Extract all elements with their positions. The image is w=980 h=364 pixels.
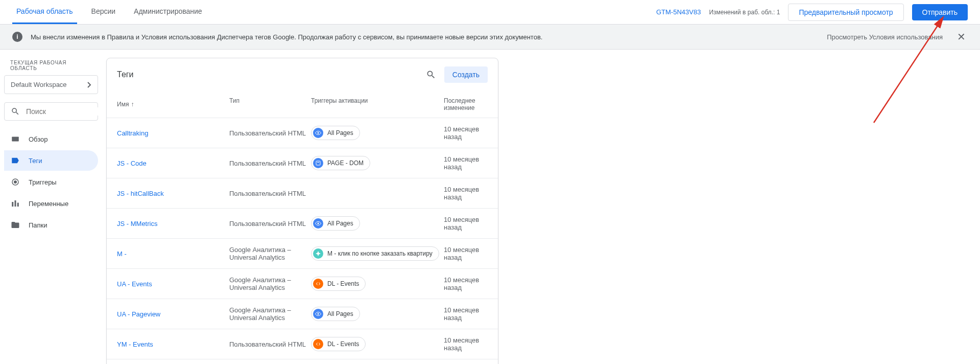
trigger-label: DL - Events	[327, 340, 359, 348]
svg-point-2	[14, 181, 17, 184]
trigger-chip[interactable]: DL - Events	[311, 277, 366, 291]
trigger-chip[interactable]: All Pages	[311, 216, 360, 231]
preview-button[interactable]: Предварительный просмотр	[788, 4, 903, 21]
nav-tags[interactable]: Теги	[4, 150, 98, 171]
tag-link[interactable]: JS - Code	[117, 160, 147, 167]
close-icon[interactable]: ✕	[955, 31, 968, 43]
variables-icon	[10, 198, 20, 209]
svg-rect-4	[15, 200, 16, 207]
pageview-icon	[313, 128, 323, 138]
nav-label: Папки	[29, 221, 47, 229]
nav-folders[interactable]: Папки	[4, 215, 98, 235]
svg-point-6	[318, 132, 319, 134]
trigger-label: All Pages	[327, 129, 353, 136]
search-box[interactable]	[4, 102, 98, 121]
trigger-chip[interactable]: All Pages	[311, 307, 360, 321]
table-row[interactable]: UA - Events Google Аналитика – Universal…	[107, 269, 498, 299]
tag-link[interactable]: JS - MMetrics	[117, 220, 157, 228]
table-row[interactable]: UA - Pageview Google Аналитика – Univers…	[107, 299, 498, 329]
col-header-type[interactable]: Тип	[229, 97, 311, 111]
tag-link[interactable]: JS - hitCallBack	[117, 190, 164, 197]
svg-rect-7	[316, 161, 320, 165]
notice-text: Мы внесли изменения в Правила и Условия …	[31, 33, 827, 41]
nav-variables[interactable]: Переменные	[4, 193, 98, 214]
card-title: Теги	[117, 70, 134, 79]
overview-icon	[10, 134, 20, 144]
svg-point-9	[318, 223, 319, 224]
table-row[interactable]: M - Google Аналитика – Universal Analyti…	[107, 239, 498, 269]
svg-rect-8	[317, 162, 319, 163]
nav-label: Теги	[29, 157, 42, 165]
trigger-chip[interactable]: M - клик по кнопке заказать квартиру	[311, 246, 439, 261]
main-layout: ТЕКУЩАЯ РАБОЧАЯ ОБЛАСТЬ Default Workspac…	[0, 50, 980, 364]
trigger-label: PAGE - DOM	[327, 160, 364, 167]
container-id[interactable]: GTM-5N43V83	[656, 8, 701, 16]
nav-label: Переменные	[29, 200, 68, 208]
modified-date: 10 месяцев назад	[444, 155, 488, 171]
tag-link[interactable]: UA - Pageview	[117, 310, 160, 318]
tag-link[interactable]: Calltraking	[117, 129, 148, 137]
folders-icon	[10, 220, 20, 230]
tag-type: Пользовательский HTML	[229, 160, 311, 167]
table-row[interactable]: JS - MMetrics Пользовательский HTML All …	[107, 209, 498, 239]
modified-date: 10 месяцев назад	[444, 186, 488, 201]
card-header: Теги Создать	[107, 58, 498, 91]
table-row[interactable]: JS - hitCallBack Пользовательский HTML 1…	[107, 178, 498, 209]
create-button[interactable]: Создать	[444, 66, 488, 83]
modified-date: 10 месяцев назад	[444, 125, 488, 141]
tags-icon	[10, 155, 20, 166]
trigger-chip[interactable]: DL - Events	[311, 337, 366, 351]
nav-triggers[interactable]: Триггеры	[4, 172, 98, 192]
col-header-triggers[interactable]: Триггеры активации	[311, 97, 444, 111]
trigger-label: All Pages	[327, 310, 353, 317]
tag-link[interactable]: UA - Events	[117, 280, 152, 288]
nav-label: Триггеры	[29, 178, 57, 186]
card-search-icon[interactable]	[426, 70, 436, 80]
modified-date: 10 месяцев назад	[444, 216, 488, 231]
tag-type: Google Аналитика – Universal Analytics	[229, 306, 311, 322]
col-header-modified[interactable]: Последнее изменение	[444, 97, 488, 111]
svg-rect-3	[12, 202, 13, 207]
custom-event-icon	[313, 339, 323, 349]
content: Теги Создать Имя ↑ Тип Триггеры активаци…	[102, 50, 511, 364]
tag-link[interactable]: M -	[117, 250, 127, 258]
triggers-icon	[10, 177, 20, 187]
modified-date: 10 месяцев назад	[444, 246, 488, 261]
nav-label: Обзор	[29, 135, 48, 143]
pageview-icon	[313, 309, 323, 319]
trigger-label: DL - Events	[327, 280, 359, 287]
table-row[interactable]: JS - Code Пользовательский HTML PAGE - D…	[107, 148, 498, 178]
submit-button[interactable]: Отправить	[912, 4, 968, 20]
tag-type: Google Аналитика – Universal Analytics	[229, 276, 311, 291]
trigger-chip[interactable]: PAGE - DOM	[311, 156, 370, 170]
notice-link[interactable]: Просмотреть Условия использования	[827, 33, 943, 41]
tags-card: Теги Создать Имя ↑ Тип Триггеры активаци…	[106, 58, 498, 364]
svg-rect-0	[12, 137, 19, 142]
chevron-right-icon	[87, 82, 91, 88]
table-row[interactable]: Calltraking Пользовательский HTML All Pa…	[107, 118, 498, 148]
nav-overview[interactable]: Обзор	[4, 129, 98, 149]
col-header-name[interactable]: Имя ↑	[117, 97, 229, 111]
click-icon	[313, 248, 323, 259]
trigger-label: All Pages	[327, 220, 353, 227]
svg-rect-5	[17, 203, 19, 207]
table-row[interactable]: YM - Pageview Пользовательский HTML DL -…	[107, 359, 498, 364]
trigger-chip[interactable]: All Pages	[311, 126, 360, 140]
dom-icon	[313, 158, 323, 168]
tag-type: Пользовательский HTML	[229, 129, 311, 137]
card-actions: Создать	[426, 66, 488, 83]
modified-date: 10 месяцев назад	[444, 306, 488, 322]
workspace-selector[interactable]: Default Workspace	[4, 75, 98, 94]
top-right: GTM-5N43V83 Изменений в раб. обл.: 1 Пре…	[656, 4, 968, 21]
tag-type: Google Аналитика – Universal Analytics	[229, 246, 311, 261]
modified-date: 10 месяцев назад	[444, 336, 488, 352]
table-row[interactable]: YM - Events Пользовательский HTML DL - E…	[107, 329, 498, 359]
tab-workspace[interactable]: Рабочая область	[12, 0, 77, 24]
tag-link[interactable]: YM - Events	[117, 340, 153, 348]
svg-point-10	[318, 313, 319, 315]
custom-event-icon	[313, 279, 323, 289]
table-header: Имя ↑ Тип Триггеры активации Последнее и…	[107, 91, 498, 118]
notice-bar: i Мы внесли изменения в Правила и Услови…	[0, 25, 980, 50]
tab-versions[interactable]: Версии	[87, 0, 120, 24]
tab-admin[interactable]: Администрирование	[130, 0, 206, 24]
